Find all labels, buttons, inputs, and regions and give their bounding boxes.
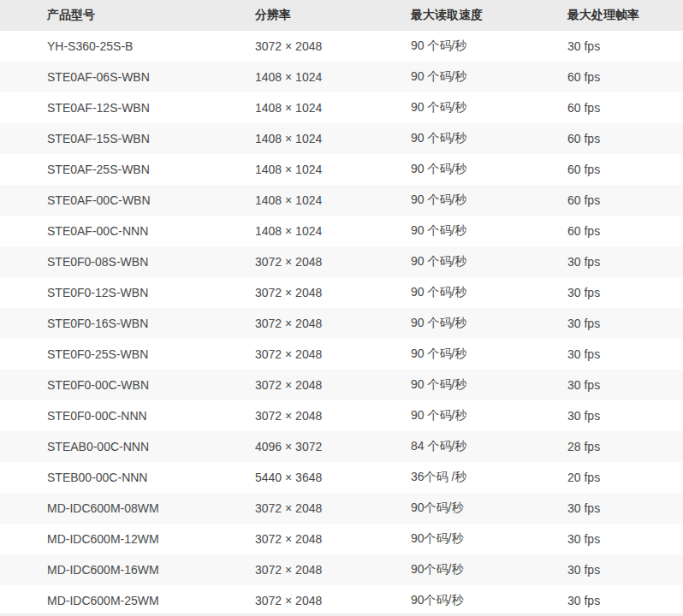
column-header-resolution: 分辨率 xyxy=(255,0,411,31)
table-row: STE0F0-00C-WBN3072 × 204890 个码/秒30 fps xyxy=(0,370,683,400)
model-cell: STE0AF-12S-WBN xyxy=(0,92,255,123)
read-speed-cell: 90 个码/秒 xyxy=(411,154,567,185)
model-cell: MD-IDC600M-08WM xyxy=(0,493,255,524)
frame-rate-cell: 60 fps xyxy=(567,216,683,246)
resolution-cell: 1408 × 1024 xyxy=(255,92,411,123)
model-cell: STE0AF-25S-WBN xyxy=(0,154,255,185)
resolution-cell: 1408 × 1024 xyxy=(255,123,411,154)
read-speed-cell: 90 个码/秒 xyxy=(411,370,567,400)
product-spec-table: 产品型号 分辨率 最大读取速度 最大处理帧率 YH-S360-25S-B3072… xyxy=(0,0,683,616)
model-cell: STE0F0-12S-WBN xyxy=(0,277,255,308)
frame-rate-cell: 30 fps xyxy=(567,400,683,431)
read-speed-cell: 90 个码/秒 xyxy=(411,31,567,62)
read-speed-cell: 90 个码/秒 xyxy=(411,185,567,216)
frame-rate-cell: 30 fps xyxy=(567,554,683,585)
model-cell: MD-IDC600M-12WM xyxy=(0,524,255,554)
frame-rate-cell: 30 fps xyxy=(567,277,683,308)
frame-rate-cell: 30 fps xyxy=(567,370,683,400)
resolution-cell: 3072 × 2048 xyxy=(255,585,411,616)
table-row: STE0AF-25S-WBN1408 × 102490 个码/秒60 fps xyxy=(0,154,683,185)
table-row: STE0F0-16S-WBN3072 × 204890 个码/秒30 fps xyxy=(0,308,683,339)
frame-rate-cell: 30 fps xyxy=(567,31,683,62)
resolution-cell: 1408 × 1024 xyxy=(255,216,411,246)
read-speed-cell: 90 个码/秒 xyxy=(411,277,567,308)
frame-rate-cell: 30 fps xyxy=(567,493,683,524)
table-row: MD-IDC600M-08WM3072 × 204890个码/秒30 fps xyxy=(0,493,683,524)
frame-rate-cell: 30 fps xyxy=(567,308,683,339)
model-cell: MD-IDC600M-16WM xyxy=(0,554,255,585)
model-cell: STE0F0-25S-WBN xyxy=(0,339,255,370)
frame-rate-cell: 60 fps xyxy=(567,92,683,123)
model-cell: STEB00-00C-NNN xyxy=(0,462,255,493)
resolution-cell: 1408 × 1024 xyxy=(255,154,411,185)
resolution-cell: 3072 × 2048 xyxy=(255,277,411,308)
read-speed-cell: 90 个码/秒 xyxy=(411,339,567,370)
resolution-cell: 3072 × 2048 xyxy=(255,370,411,400)
resolution-cell: 3072 × 2048 xyxy=(255,493,411,524)
table-row: STE0AF-00C-WBN1408 × 102490 个码/秒60 fps xyxy=(0,185,683,216)
table-row: YH-S360-25S-B3072 × 204890 个码/秒30 fps xyxy=(0,31,683,62)
frame-rate-cell: 20 fps xyxy=(567,462,683,493)
resolution-cell: 3072 × 2048 xyxy=(255,339,411,370)
resolution-cell: 3072 × 2048 xyxy=(255,400,411,431)
model-cell: STE0AF-06S-WBN xyxy=(0,62,255,92)
table-row: STE0AF-06S-WBN1408 × 102490 个码/秒60 fps xyxy=(0,62,683,92)
frame-rate-cell: 60 fps xyxy=(567,123,683,154)
read-speed-cell: 90个码/秒 xyxy=(411,554,567,585)
column-header-read-speed: 最大读取速度 xyxy=(411,0,567,31)
read-speed-cell: 36个码 /秒 xyxy=(411,462,567,493)
table-row: STE0F0-00C-NNN3072 × 204890 个码/秒30 fps xyxy=(0,400,683,431)
table-row: STEB00-00C-NNN5440 × 364836个码 /秒20 fps xyxy=(0,462,683,493)
table-row: STE0AF-15S-WBN1408 × 102490 个码/秒60 fps xyxy=(0,123,683,154)
resolution-cell: 4096 × 3072 xyxy=(255,431,411,462)
read-speed-cell: 90个码/秒 xyxy=(411,524,567,554)
frame-rate-cell: 30 fps xyxy=(567,339,683,370)
resolution-cell: 3072 × 2048 xyxy=(255,246,411,277)
column-header-frame-rate: 最大处理帧率 xyxy=(567,0,683,31)
read-speed-cell: 90 个码/秒 xyxy=(411,62,567,92)
table-row: STE0AF-12S-WBN1408 × 102490 个码/秒60 fps xyxy=(0,92,683,123)
read-speed-cell: 84 个码/秒 xyxy=(411,431,567,462)
resolution-cell: 5440 × 3648 xyxy=(255,462,411,493)
frame-rate-cell: 30 fps xyxy=(567,585,683,616)
frame-rate-cell: 30 fps xyxy=(567,246,683,277)
model-cell: STE0AF-00C-NNN xyxy=(0,216,255,246)
frame-rate-cell: 60 fps xyxy=(567,185,683,216)
resolution-cell: 3072 × 2048 xyxy=(255,524,411,554)
table-row: MD-IDC600M-12WM3072 × 204890个码/秒30 fps xyxy=(0,524,683,554)
frame-rate-cell: 28 fps xyxy=(567,431,683,462)
table-row: STE0F0-08S-WBN3072 × 204890 个码/秒30 fps xyxy=(0,246,683,277)
model-cell: STE0F0-00C-WBN xyxy=(0,370,255,400)
model-cell: STE0F0-00C-NNN xyxy=(0,400,255,431)
model-cell: STE0AF-00C-WBN xyxy=(0,185,255,216)
frame-rate-cell: 60 fps xyxy=(567,62,683,92)
table-row: MD-IDC600M-25WM3072 × 204890个码/秒30 fps xyxy=(0,585,683,616)
model-cell: STE0AF-15S-WBN xyxy=(0,123,255,154)
read-speed-cell: 90 个码/秒 xyxy=(411,216,567,246)
read-speed-cell: 90 个码/秒 xyxy=(411,92,567,123)
read-speed-cell: 90 个码/秒 xyxy=(411,246,567,277)
read-speed-cell: 90 个码/秒 xyxy=(411,123,567,154)
model-cell: STEAB0-00C-NNN xyxy=(0,431,255,462)
resolution-cell: 1408 × 1024 xyxy=(255,62,411,92)
read-speed-cell: 90 个码/秒 xyxy=(411,308,567,339)
frame-rate-cell: 30 fps xyxy=(567,524,683,554)
resolution-cell: 3072 × 2048 xyxy=(255,308,411,339)
read-speed-cell: 90个码/秒 xyxy=(411,493,567,524)
table-row: STE0F0-25S-WBN3072 × 204890 个码/秒30 fps xyxy=(0,339,683,370)
table-row: MD-IDC600M-16WM3072 × 204890个码/秒30 fps xyxy=(0,554,683,585)
resolution-cell: 3072 × 2048 xyxy=(255,554,411,585)
product-spec-page: 产品型号 分辨率 最大读取速度 最大处理帧率 YH-S360-25S-B3072… xyxy=(0,0,683,616)
model-cell: YH-S360-25S-B xyxy=(0,31,255,62)
column-header-model: 产品型号 xyxy=(0,0,255,31)
table-row: STEAB0-00C-NNN4096 × 307284 个码/秒28 fps xyxy=(0,431,683,462)
table-row: STE0AF-00C-NNN1408 × 102490 个码/秒60 fps xyxy=(0,216,683,246)
frame-rate-cell: 60 fps xyxy=(567,154,683,185)
header-row: 产品型号 分辨率 最大读取速度 最大处理帧率 xyxy=(0,0,683,31)
model-cell: STE0F0-16S-WBN xyxy=(0,308,255,339)
resolution-cell: 1408 × 1024 xyxy=(255,185,411,216)
table-row: STE0F0-12S-WBN3072 × 204890 个码/秒30 fps xyxy=(0,277,683,308)
resolution-cell: 3072 × 2048 xyxy=(255,31,411,62)
read-speed-cell: 90 个码/秒 xyxy=(411,400,567,431)
model-cell: STE0F0-08S-WBN xyxy=(0,246,255,277)
